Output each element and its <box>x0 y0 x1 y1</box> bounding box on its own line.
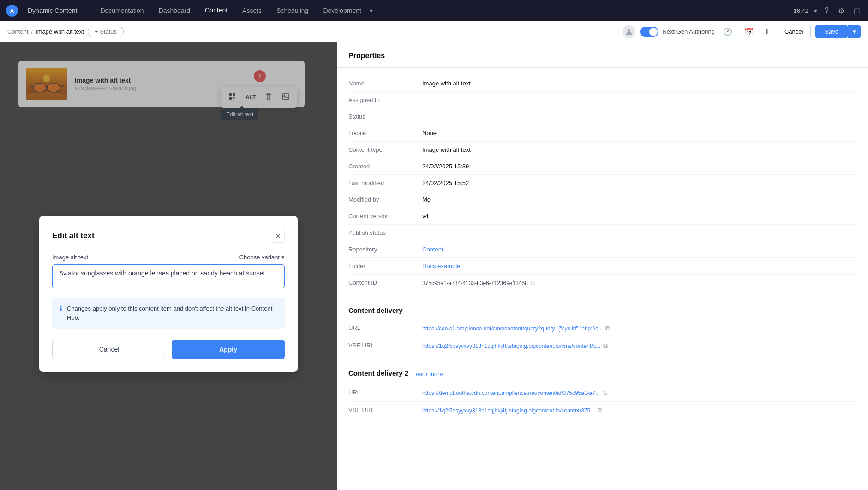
main-area: Image with alt text sunglasses-on-beach.… <box>0 42 868 490</box>
prop-value-assigned <box>422 96 857 103</box>
sidebar-icon[interactable]: ◫ <box>852 5 862 17</box>
prop-label-locale: Locale <box>348 130 422 137</box>
info-text: Changes apply only to this content item … <box>67 304 277 322</box>
sub-nav-right: Next Gen Authoring 🕐 📅 ℹ Cancel Save ▾ <box>623 25 861 38</box>
properties-header: Properties <box>337 42 868 68</box>
cd-vse-value[interactable]: https://1q2l5dsyyxvy313n1cqjhkj4tj.stagi… <box>422 343 600 349</box>
sub-nav: Content / Image with alt text + Status N… <box>0 21 868 42</box>
help-icon[interactable]: ? <box>823 5 831 17</box>
calendar-icon[interactable]: 📅 <box>741 25 757 38</box>
breadcrumb-current: Image with alt text <box>36 28 84 35</box>
prop-row-locale: Locale None <box>348 125 857 142</box>
prop-label-content-type: Content type <box>348 146 422 153</box>
edit-alt-text-modal: Edit alt text ✕ Image alt text Choose va… <box>39 216 298 372</box>
prop-row-assigned: Assigned to <box>348 92 857 108</box>
nav-development[interactable]: Development <box>317 3 368 18</box>
copy-cd2-vse-button[interactable]: ⧉ <box>598 406 602 414</box>
prop-label-modified-by: Modified by <box>348 196 422 203</box>
settings-icon[interactable]: ⚙ <box>836 5 846 17</box>
copy-vse-button[interactable]: ⧉ <box>603 342 608 350</box>
nav-time-dropdown-icon[interactable]: ▾ <box>814 7 817 14</box>
prop-label-content-id: Content ID <box>348 279 422 287</box>
cancel-button[interactable]: Cancel <box>777 25 811 38</box>
cd2-url-value[interactable]: https://demobootha.cdn.content.amplience… <box>422 390 600 396</box>
prop-row-modified-by: Modified by Me <box>348 191 857 208</box>
cd-vse-label: VSE URL <box>348 342 422 350</box>
cd2-vse-label: VSE URL <box>348 406 422 414</box>
nav-time: 16:42 <box>794 7 809 14</box>
modal-header: Edit alt text ✕ <box>52 229 285 243</box>
info-box: ℹ Changes apply only to this content ite… <box>52 298 285 329</box>
app-logo: A <box>6 4 18 17</box>
save-button[interactable]: Save <box>815 25 848 38</box>
modal-cancel-button[interactable]: Cancel <box>52 340 166 359</box>
learn-more-link[interactable]: Learn more <box>412 370 443 377</box>
prop-row-status: Status <box>348 108 857 125</box>
cd2-vse-row: VSE URL https://1q2l5dsyyxvy313n1cqjhkj4… <box>348 402 857 419</box>
breadcrumb-root[interactable]: Content <box>7 28 29 35</box>
prop-label-folder: Folder <box>348 263 422 269</box>
alt-text-input[interactable] <box>52 264 285 288</box>
right-panel: Properties Name Image with alt text Assi… <box>337 42 868 490</box>
copy-cd2-url-button[interactable]: ⧉ <box>603 389 607 397</box>
nav-more-icon[interactable]: ▾ <box>370 7 373 14</box>
history-icon[interactable]: 🕐 <box>719 25 736 38</box>
prop-label-assigned: Assigned to <box>348 96 422 103</box>
prop-row-created: Created 24/02/2025 15:39 <box>348 158 857 175</box>
prop-value-name: Image with alt text <box>422 80 857 87</box>
next-gen-toggle-switch[interactable] <box>640 27 658 37</box>
prop-value-content-id: 375c95a1-a734-4133-b3e6-712369e13458 ⧉ <box>422 279 535 287</box>
copy-id-button[interactable]: ⧉ <box>531 279 535 287</box>
save-group: Save ▾ <box>815 25 861 38</box>
prop-value-status <box>422 113 857 120</box>
chevron-down-icon: ▾ <box>281 254 285 261</box>
prop-value-last-modified: 24/02/2025 15:52 <box>422 179 857 186</box>
cd2-url-label: URL <box>348 389 422 397</box>
prop-value-content-type: Image with alt text <box>422 146 857 153</box>
prop-value-created: 24/02/2025 15:39 <box>422 163 857 170</box>
status-button[interactable]: + Status <box>88 26 124 37</box>
prop-value-locale: None <box>422 130 857 137</box>
prop-value-publish-status <box>422 229 857 236</box>
prop-link-folder[interactable]: Docs example <box>422 263 460 269</box>
nav-dashboard[interactable]: Dashboard <box>152 3 197 18</box>
cd2-vse-value[interactable]: https://1q2l5dsyyxvy313n1cqjhkj4tj.stagi… <box>422 407 595 414</box>
prop-label-publish-status: Publish status <box>348 229 422 236</box>
info-icon[interactable]: ℹ <box>762 25 772 38</box>
modal-apply-button[interactable]: Apply <box>172 340 285 359</box>
nav-content[interactable]: Content <box>198 3 234 18</box>
next-gen-toggle: Next Gen Authoring <box>640 27 714 37</box>
prop-label-current-version: Current version <box>348 213 422 220</box>
copy-url-button[interactable]: ⧉ <box>605 324 610 332</box>
cd2-header: Content delivery 2 Learn more <box>348 369 857 379</box>
prop-row-current-version: Current version v4 <box>348 208 857 225</box>
left-panel: Image with alt text sunglasses-on-beach.… <box>0 42 337 490</box>
prop-link-repository[interactable]: Content <box>422 246 443 253</box>
choose-variant-button[interactable]: Choose variant ▾ <box>239 254 285 261</box>
prop-row-content-id: Content ID 375c95a1-a734-4133-b3e6-71236… <box>348 275 857 292</box>
nav-assets[interactable]: Assets <box>236 3 268 18</box>
prop-label-created: Created <box>348 163 422 170</box>
nav-scheduling[interactable]: Scheduling <box>270 3 315 18</box>
cd-url-row: URL https://cdn.c1.amplience.net/cms/con… <box>348 320 857 337</box>
next-gen-label: Next Gen Authoring <box>662 28 714 35</box>
prop-row-folder: Folder Docs example <box>348 258 857 275</box>
prop-row-name: Name Image with alt text <box>348 75 857 92</box>
cd2-title: Content delivery 2 <box>348 369 408 377</box>
prop-label-status: Status <box>348 113 422 120</box>
nav-documentation[interactable]: Documentation <box>94 3 150 18</box>
nav-right: 16:42 ▾ ? ⚙ ◫ <box>794 5 862 17</box>
prop-value-current-version: v4 <box>422 213 857 220</box>
cd-url-value[interactable]: https://cdn.c1.amplience.net/cms/content… <box>422 325 603 332</box>
svg-point-2 <box>628 29 630 32</box>
prop-row-content-type: Content type Image with alt text <box>348 142 857 158</box>
prop-label-last-modified: Last modified <box>348 179 422 186</box>
modal-close-button[interactable]: ✕ <box>271 229 285 243</box>
cd-url-label: URL <box>348 324 422 332</box>
field-header: Image alt text Choose variant ▾ <box>52 254 285 261</box>
prop-value-modified-by: Me <box>422 196 857 203</box>
prop-row-repository: Repository Content <box>348 241 857 258</box>
cd2-url-row: URL https://demobootha.cdn.content.ampli… <box>348 384 857 402</box>
save-dropdown-button[interactable]: ▾ <box>848 25 861 38</box>
prop-row-last-modified: Last modified 24/02/2025 15:52 <box>348 175 857 191</box>
